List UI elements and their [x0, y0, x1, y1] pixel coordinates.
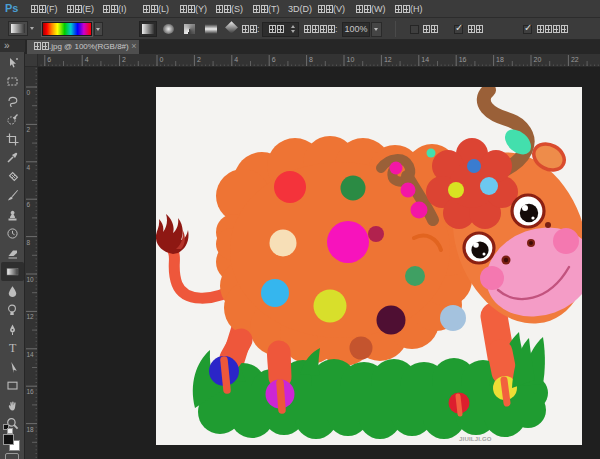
- svg-text:2: 2: [122, 56, 126, 63]
- svg-text:4: 4: [85, 56, 89, 63]
- svg-text:2: 2: [197, 56, 201, 63]
- svg-text:18: 18: [496, 56, 504, 63]
- svg-text:0: 0: [27, 89, 31, 96]
- svg-text:10: 10: [27, 276, 35, 283]
- svg-text:8: 8: [27, 239, 31, 246]
- svg-text:20: 20: [534, 56, 542, 63]
- svg-text:T: T: [9, 341, 17, 354]
- svg-text:18: 18: [27, 426, 35, 433]
- svg-text:16: 16: [27, 388, 35, 395]
- svg-text:4: 4: [234, 56, 238, 63]
- svg-text:14: 14: [27, 351, 35, 358]
- svg-text:12: 12: [384, 56, 392, 63]
- svg-text:6: 6: [47, 56, 51, 63]
- svg-text:0: 0: [160, 56, 164, 63]
- svg-text:14: 14: [421, 56, 429, 63]
- svg-text:2: 2: [27, 126, 31, 133]
- svg-text:6: 6: [27, 201, 31, 208]
- svg-text:22: 22: [571, 56, 579, 63]
- svg-text:6: 6: [272, 56, 276, 63]
- svg-text:16: 16: [459, 56, 467, 63]
- svg-text:12: 12: [27, 313, 35, 320]
- svg-text:8: 8: [309, 56, 313, 63]
- svg-text:4: 4: [27, 164, 31, 171]
- svg-text:10: 10: [347, 56, 355, 63]
